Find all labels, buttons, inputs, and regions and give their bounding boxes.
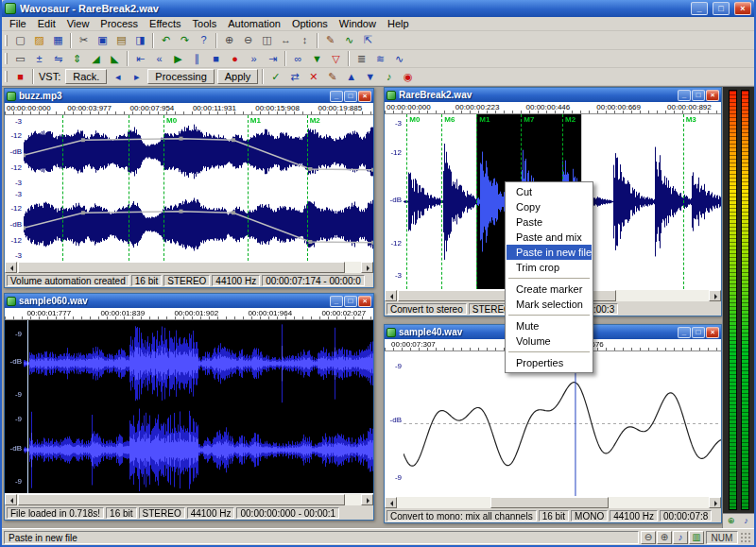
- vst-prev-icon[interactable]: ◂: [109, 69, 127, 84]
- midi-icon[interactable]: ♪: [380, 69, 398, 84]
- scroll-left-arrow[interactable]: [5, 262, 17, 273]
- insert-marker-icon[interactable]: ▼: [308, 51, 326, 66]
- horizontal-scrollbar[interactable]: [5, 261, 373, 273]
- zoom-all-icon[interactable]: ↔: [277, 33, 295, 48]
- toolbar-icon[interactable]: [346, 51, 352, 66]
- child-maximize-button[interactable]: □: [692, 327, 705, 338]
- cut-icon[interactable]: ✂: [75, 33, 93, 48]
- toolbar-grip[interactable]: [5, 71, 8, 82]
- context-menu-item[interactable]: Create marker: [507, 282, 592, 297]
- statistics-icon[interactable]: ≣: [352, 51, 370, 66]
- delete-marker-icon[interactable]: ▽: [327, 51, 345, 66]
- record-automation-icon[interactable]: ◉: [399, 69, 417, 84]
- scroll-right-arrow[interactable]: [361, 494, 373, 505]
- status-meter-icon[interactable]: ▥: [689, 531, 704, 544]
- mute-selection-icon[interactable]: ▭: [11, 51, 29, 66]
- toolbar-icon[interactable]: [125, 51, 130, 66]
- child-minimize-button[interactable]: _: [678, 327, 691, 338]
- scroll-track[interactable]: [397, 497, 709, 508]
- menu-item[interactable]: Automation: [222, 17, 286, 30]
- scroll-left-arrow[interactable]: [5, 494, 17, 505]
- oscilloscope-icon[interactable]: ∿: [390, 51, 408, 66]
- maximize-button[interactable]: □: [713, 2, 730, 15]
- vst-bypass-icon[interactable]: ✓: [266, 69, 284, 84]
- child-close-button[interactable]: ×: [358, 91, 371, 102]
- horizontal-scrollbar[interactable]: [385, 496, 721, 508]
- toolbar-icon[interactable]: [68, 33, 74, 48]
- toolbar-icon[interactable]: [283, 51, 288, 66]
- vst-compare-icon[interactable]: ⇄: [285, 69, 303, 84]
- zoom-in-icon[interactable]: ⊕: [220, 33, 238, 48]
- menu-item[interactable]: Process: [94, 17, 144, 30]
- scroll-right-arrow[interactable]: [709, 497, 721, 508]
- zoom-selection-icon[interactable]: ◫: [258, 33, 276, 48]
- document-window-buzz[interactable]: buzz.mp3 _ □ × 00:00:00:00000:00:03:9770…: [4, 88, 374, 288]
- waveform-canvas[interactable]: [24, 320, 373, 493]
- meter-zoom-icon[interactable]: ⊕: [725, 515, 738, 527]
- context-menu-item[interactable]: Paste: [507, 214, 592, 230]
- menu-item[interactable]: Help: [382, 17, 415, 30]
- fade-in-icon[interactable]: ◢: [87, 51, 105, 66]
- scroll-thumb[interactable]: [18, 262, 345, 273]
- fade-out-icon[interactable]: ◣: [106, 51, 124, 66]
- scroll-track[interactable]: [17, 262, 361, 273]
- context-menu-item[interactable]: [508, 351, 590, 352]
- zoom-vertical-icon[interactable]: ↕: [296, 33, 314, 48]
- goto-start-icon[interactable]: ⇤: [131, 51, 149, 66]
- help-icon[interactable]: ?: [195, 33, 213, 48]
- context-menu-item[interactable]: Trim crop: [507, 260, 592, 275]
- waveform-canvas[interactable]: [24, 115, 373, 261]
- meter-speaker-icon[interactable]: ♪: [740, 515, 753, 527]
- goto-end-icon[interactable]: ⇥: [264, 51, 282, 66]
- child-maximize-button[interactable]: □: [692, 90, 705, 101]
- menu-item[interactable]: View: [61, 17, 95, 30]
- context-menu-item[interactable]: Paste and mix: [507, 230, 592, 245]
- status-zoom-out-icon[interactable]: ⊖: [641, 531, 656, 544]
- close-button[interactable]: ×: [734, 2, 751, 15]
- child-titlebar[interactable]: sample060.wav _ □ ×: [5, 294, 373, 308]
- vst-next-icon[interactable]: ▸: [128, 69, 146, 84]
- child-close-button[interactable]: ×: [706, 327, 719, 338]
- horizontal-scrollbar[interactable]: [5, 493, 373, 505]
- rewind-icon[interactable]: «: [150, 51, 168, 66]
- toolbar-icon[interactable]: [214, 33, 219, 48]
- normalize-icon[interactable]: ⇕: [68, 51, 86, 66]
- menu-item[interactable]: Window: [334, 17, 382, 30]
- scrub-mode-icon[interactable]: ∿: [340, 33, 358, 48]
- timeline-ruler[interactable]: 00:00:01:77700:00:01:83900:00:01:90200:0…: [5, 308, 373, 320]
- waveform-view-sample060[interactable]: [24, 320, 373, 493]
- copy-icon[interactable]: ▣: [94, 33, 112, 48]
- context-menu-item[interactable]: [508, 278, 590, 279]
- scroll-thumb[interactable]: [18, 494, 345, 505]
- context-menu-item[interactable]: Paste in new file: [507, 245, 592, 260]
- play-icon[interactable]: ▶: [169, 51, 187, 66]
- redo-icon[interactable]: ↷: [176, 33, 194, 48]
- vst-preset-down-icon[interactable]: ▼: [361, 69, 379, 84]
- undo-icon[interactable]: ↶: [157, 33, 175, 48]
- child-minimize-button[interactable]: _: [330, 296, 343, 307]
- vst-edit-icon[interactable]: ✎: [323, 69, 341, 84]
- paste-new-file-icon[interactable]: ◨: [131, 33, 149, 48]
- child-maximize-button[interactable]: □: [344, 91, 357, 102]
- select-mode-icon[interactable]: ⇱: [359, 33, 377, 48]
- zoom-out-icon[interactable]: ⊖: [239, 33, 257, 48]
- menu-item[interactable]: Tools: [187, 17, 223, 30]
- timeline-ruler[interactable]: 00:00:00:00000:00:03:97700:00:07:95400:0…: [5, 103, 373, 115]
- scroll-thumb[interactable]: [490, 497, 609, 508]
- titlebar[interactable]: Wavosaur - RareBreak2.wav _ □ ×: [2, 0, 754, 17]
- spectrum-icon[interactable]: ≋: [371, 51, 389, 66]
- context-menu-item[interactable]: Mark selection: [507, 297, 592, 312]
- minimize-button[interactable]: _: [691, 2, 708, 15]
- toolbar-grip[interactable]: [5, 53, 8, 64]
- save-icon[interactable]: ▦: [49, 33, 67, 48]
- context-menu-item[interactable]: Copy: [507, 199, 592, 214]
- child-titlebar[interactable]: RareBreak2.wav _ □ ×: [385, 88, 721, 102]
- child-maximize-button[interactable]: □: [344, 296, 357, 307]
- status-zoom-in-icon[interactable]: ⊕: [657, 531, 672, 544]
- reverse-icon[interactable]: ⇋: [49, 51, 67, 66]
- pause-icon[interactable]: ∥: [188, 51, 206, 66]
- open-file-icon[interactable]: ▨: [30, 33, 48, 48]
- scroll-left-arrow[interactable]: [385, 497, 397, 508]
- stop-icon[interactable]: ■: [207, 51, 225, 66]
- asio-stop-icon[interactable]: ■: [11, 69, 29, 84]
